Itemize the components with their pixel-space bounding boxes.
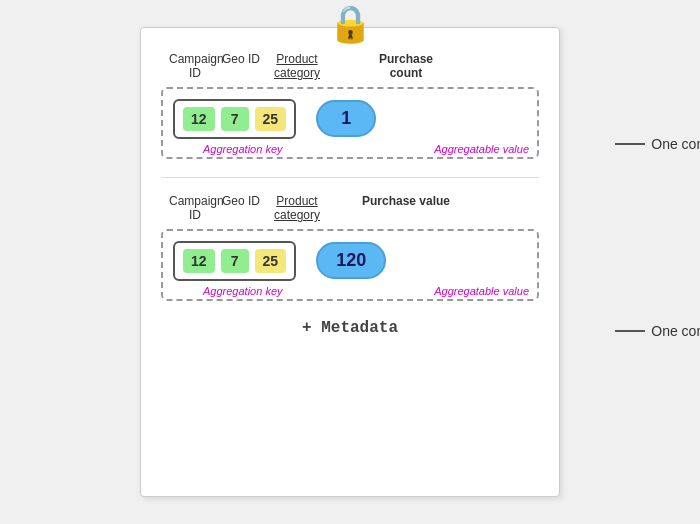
key-group-2: 12 7 25 xyxy=(173,241,296,281)
campaign-val-2: 12 xyxy=(183,249,215,273)
geo-val-2: 7 xyxy=(221,249,249,273)
connector-line-2 xyxy=(615,330,645,332)
divider xyxy=(161,177,539,178)
contribution-label-2: One contribution xyxy=(615,323,700,339)
connector-line-1 xyxy=(615,143,645,145)
agg-value-container-1: 1 xyxy=(316,100,376,137)
metadata-section: + Metadata xyxy=(161,319,539,337)
key-group-1: 12 7 25 xyxy=(173,99,296,139)
column-headers-1: Campaign ID Geo ID Product category Purc… xyxy=(161,52,539,81)
product-header-2: Product category xyxy=(261,194,333,223)
contribution-text-2: One contribution xyxy=(651,323,700,339)
dashed-box-1: 12 7 25 Aggregation key 1 Aggregatable v… xyxy=(161,87,539,159)
product-val-2: 25 xyxy=(255,249,287,273)
geo-val-1: 7 xyxy=(221,107,249,131)
dashed-box-2: 12 7 25 Aggregation key 120 Aggregatable… xyxy=(161,229,539,301)
product-val-1: 25 xyxy=(255,107,287,131)
agg-val-label-1: Aggregatable value xyxy=(434,143,529,155)
lock-icon: 🔒 xyxy=(328,6,373,42)
agg-val-label-2: Aggregatable value xyxy=(434,285,529,297)
agg-key-label-1: Aggregation key xyxy=(203,143,283,155)
page-container: 🔒 Campaign ID Geo ID Product category Pu… xyxy=(30,17,670,507)
product-header-1: Product category xyxy=(261,52,333,81)
contribution-section-1: Campaign ID Geo ID Product category Purc… xyxy=(161,52,539,159)
metadata-label: + Metadata xyxy=(302,319,398,337)
purchase-header-1: Purchase count xyxy=(361,52,451,81)
paper-note: 🔒 Campaign ID Geo ID Product category Pu… xyxy=(140,27,560,497)
geo-header-2: Geo ID xyxy=(221,194,261,208)
contribution-text-1: One contribution xyxy=(651,136,700,152)
agg-key-label-2: Aggregation key xyxy=(203,285,283,297)
column-headers-2: Campaign ID Geo ID Product category Purc… xyxy=(161,194,539,223)
purchase-header-2: Purchase value xyxy=(361,194,451,208)
geo-header-1: Geo ID xyxy=(221,52,261,66)
contribution-label-1: One contribution xyxy=(615,136,700,152)
agg-bubble-2: 120 xyxy=(316,242,386,279)
campaign-val-1: 12 xyxy=(183,107,215,131)
agg-bubble-1: 1 xyxy=(316,100,376,137)
campaign-header-2: Campaign ID xyxy=(169,194,221,223)
agg-value-container-2: 120 xyxy=(316,242,386,279)
campaign-header-1: Campaign ID xyxy=(169,52,221,81)
contribution-section-2: Campaign ID Geo ID Product category Purc… xyxy=(161,194,539,301)
